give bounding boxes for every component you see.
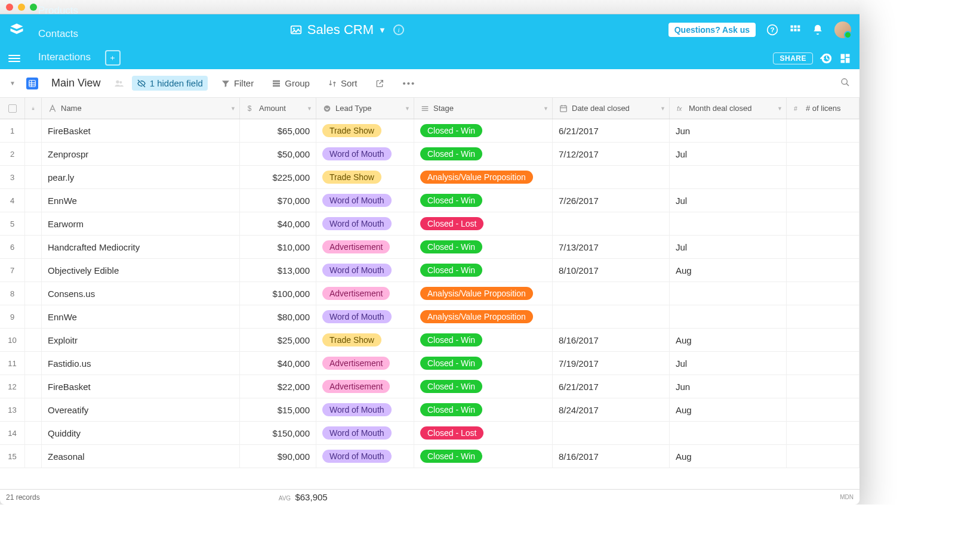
cell-date[interactable]: 6/21/2017 bbox=[553, 119, 670, 142]
cell-stage[interactable]: Closed - Win bbox=[414, 375, 553, 398]
cell-month[interactable] bbox=[670, 282, 787, 305]
expand-cell[interactable] bbox=[25, 119, 42, 142]
column-header-stage[interactable]: Stage▼ bbox=[414, 98, 553, 119]
cell-name[interactable]: Handcrafted Mediocrity bbox=[42, 236, 240, 258]
expand-cell[interactable] bbox=[25, 305, 42, 328]
cell-licenses[interactable] bbox=[787, 119, 860, 142]
cell-licenses[interactable] bbox=[787, 398, 860, 421]
cell-amount[interactable]: $150,000 bbox=[240, 422, 316, 444]
cell-licenses[interactable] bbox=[787, 212, 860, 235]
cell-lead[interactable]: Word of Mouth bbox=[316, 143, 414, 165]
column-header-date[interactable]: Date deal closed▼ bbox=[553, 98, 670, 119]
cell-lead[interactable]: Word of Mouth bbox=[316, 189, 414, 212]
cell-month[interactable]: Aug bbox=[670, 259, 787, 281]
cell-lead[interactable]: Trade Show bbox=[316, 166, 414, 188]
cell-date[interactable]: 8/10/2017 bbox=[553, 259, 670, 281]
cell-licenses[interactable] bbox=[787, 329, 860, 351]
tab-interactions[interactable]: Interactions bbox=[27, 46, 101, 69]
cell-amount[interactable]: $80,000 bbox=[240, 305, 316, 328]
select-all-cell[interactable] bbox=[0, 98, 25, 119]
cell-name[interactable]: Exploitr bbox=[42, 329, 240, 351]
menu-icon[interactable] bbox=[8, 55, 20, 62]
cell-stage[interactable]: Closed - Lost bbox=[414, 422, 553, 444]
cell-amount[interactable]: $40,000 bbox=[240, 212, 316, 235]
cell-licenses[interactable] bbox=[787, 352, 860, 375]
collaborators-icon[interactable] bbox=[114, 79, 124, 88]
cell-amount[interactable]: $10,000 bbox=[240, 236, 316, 258]
cell-month[interactable]: Aug bbox=[670, 398, 787, 421]
cell-month[interactable] bbox=[670, 212, 787, 235]
tab-contacts[interactable]: Contacts bbox=[27, 23, 101, 46]
cell-date[interactable] bbox=[553, 166, 670, 188]
base-title[interactable]: Sales CRM ▼ i bbox=[25, 22, 668, 38]
ask-us-button[interactable]: Questions? Ask us bbox=[668, 23, 756, 37]
cell-date[interactable]: 7/26/2017 bbox=[553, 189, 670, 212]
brand-icon[interactable] bbox=[8, 21, 25, 38]
cell-lead[interactable]: Word of Mouth bbox=[316, 259, 414, 281]
table-row[interactable]: 4EnnWe$70,000Word of MouthClosed - Win7/… bbox=[0, 189, 860, 212]
cell-name[interactable]: Earworm bbox=[42, 212, 240, 235]
minimize-window-dot[interactable] bbox=[18, 4, 25, 11]
cell-month[interactable]: Jul bbox=[670, 236, 787, 258]
amount-summary[interactable]: AVG $63,905 bbox=[279, 492, 328, 502]
table-row[interactable]: 3pear.ly$225,000Trade ShowAnalysis/Value… bbox=[0, 166, 860, 189]
cell-name[interactable]: Overeatify bbox=[42, 398, 240, 421]
cell-name[interactable]: Consens.us bbox=[42, 282, 240, 305]
cell-lead[interactable]: Advertisement bbox=[316, 352, 414, 375]
cell-stage[interactable]: Closed - Win bbox=[414, 329, 553, 351]
cell-month[interactable] bbox=[670, 166, 787, 188]
cell-month[interactable]: Aug bbox=[670, 329, 787, 351]
cell-amount[interactable]: $13,000 bbox=[240, 259, 316, 281]
cell-lead[interactable]: Word of Mouth bbox=[316, 305, 414, 328]
cell-stage[interactable]: Closed - Lost bbox=[414, 212, 553, 235]
cell-name[interactable]: Zeasonal bbox=[42, 445, 240, 468]
search-button[interactable] bbox=[840, 78, 850, 89]
avatar[interactable] bbox=[834, 21, 851, 38]
column-header-licenses[interactable]: # # of licens bbox=[787, 98, 860, 119]
cell-lead[interactable]: Word of Mouth bbox=[316, 445, 414, 468]
help-icon[interactable]: ? bbox=[766, 24, 778, 36]
cell-date[interactable]: 7/12/2017 bbox=[553, 143, 670, 165]
cell-amount[interactable]: $70,000 bbox=[240, 189, 316, 212]
cell-stage[interactable]: Analysis/Value Proposition bbox=[414, 305, 553, 328]
cell-stage[interactable]: Closed - Win bbox=[414, 143, 553, 165]
table-row[interactable]: 13Overeatify$15,000Word of MouthClosed -… bbox=[0, 398, 860, 422]
cell-lead[interactable]: Advertisement bbox=[316, 375, 414, 398]
sort-button[interactable]: Sort bbox=[323, 76, 362, 91]
cell-name[interactable]: FireBasket bbox=[42, 119, 240, 142]
apps-icon[interactable] bbox=[789, 24, 801, 36]
table-row[interactable]: 5Earworm$40,000Word of MouthClosed - Los… bbox=[0, 212, 860, 236]
group-button[interactable]: Group bbox=[267, 76, 315, 91]
cell-name[interactable]: FireBasket bbox=[42, 375, 240, 398]
cell-licenses[interactable] bbox=[787, 166, 860, 188]
cell-amount[interactable]: $65,000 bbox=[240, 119, 316, 142]
cell-lead[interactable]: Word of Mouth bbox=[316, 422, 414, 444]
hidden-fields-button[interactable]: 1 hidden field bbox=[132, 76, 208, 91]
cell-licenses[interactable] bbox=[787, 305, 860, 328]
cell-date[interactable]: 8/16/2017 bbox=[553, 329, 670, 351]
cell-lead[interactable]: Word of Mouth bbox=[316, 212, 414, 235]
filter-button[interactable]: Filter bbox=[216, 76, 258, 91]
cell-month[interactable]: Jun bbox=[670, 375, 787, 398]
cell-date[interactable]: 7/13/2017 bbox=[553, 236, 670, 258]
cell-amount[interactable]: $90,000 bbox=[240, 445, 316, 468]
table-row[interactable]: 11Fastidio.us$40,000AdvertisementClosed … bbox=[0, 352, 860, 375]
cell-stage[interactable]: Analysis/Value Proposition bbox=[414, 282, 553, 305]
column-header-month[interactable]: fx Month deal closed▼ bbox=[670, 98, 787, 119]
cell-month[interactable]: Aug bbox=[670, 445, 787, 468]
expand-cell[interactable] bbox=[25, 445, 42, 468]
table-row[interactable]: 1FireBasket$65,000Trade ShowClosed - Win… bbox=[0, 119, 860, 143]
cell-amount[interactable]: $225,000 bbox=[240, 166, 316, 188]
cell-stage[interactable]: Closed - Win bbox=[414, 119, 553, 142]
column-header-name[interactable]: Name▼ bbox=[42, 98, 240, 119]
cell-amount[interactable]: $50,000 bbox=[240, 143, 316, 165]
cell-amount[interactable]: $25,000 bbox=[240, 329, 316, 351]
cell-lead[interactable]: Trade Show bbox=[316, 329, 414, 351]
rows-region[interactable]: 1FireBasket$65,000Trade ShowClosed - Win… bbox=[0, 119, 860, 489]
bell-icon[interactable] bbox=[812, 24, 824, 36]
cell-lead[interactable]: Trade Show bbox=[316, 119, 414, 142]
tab-products[interactable]: Products bbox=[27, 0, 101, 23]
cell-licenses[interactable] bbox=[787, 445, 860, 468]
cell-stage[interactable]: Closed - Win bbox=[414, 236, 553, 258]
blocks-icon[interactable] bbox=[839, 52, 851, 64]
